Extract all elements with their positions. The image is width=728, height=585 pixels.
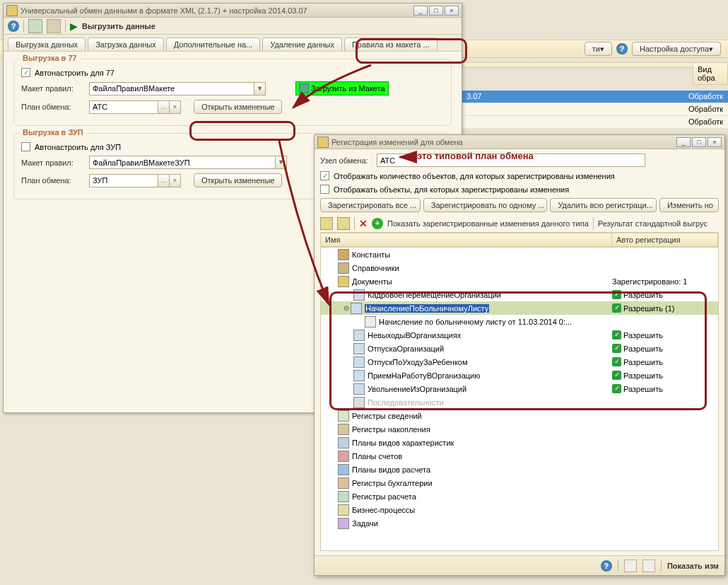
node-input[interactable]: АТС (377, 154, 645, 167)
dropdown-icon[interactable]: ▼ (276, 156, 287, 169)
export-button[interactable]: Выгрузить данные (82, 22, 155, 30)
tree-row[interactable]: Справочники (321, 261, 718, 274)
tree-row[interactable]: НевыходыВОрганизациях✓Разрешить (321, 328, 718, 342)
tree-collapse-icon[interactable] (337, 217, 350, 230)
open-changed-button[interactable]: Открыть измененые (194, 173, 282, 187)
delete-icon[interactable]: ✕ (359, 218, 368, 229)
check-icon: ✓ (612, 371, 621, 380)
tab-rules[interactable]: Правила из макета ... (344, 37, 438, 51)
button-bar: Зарегистрировать все ... Зарегистрироват… (320, 198, 719, 212)
doc-icon (365, 316, 376, 328)
maximize-button[interactable]: □ (429, 6, 443, 16)
tree-row[interactable]: Планы видов расчета (321, 463, 718, 476)
collapse-icon[interactable]: ⊖ (342, 304, 351, 312)
th-autoreg: Авто регистрация (612, 233, 718, 246)
separator (661, 560, 662, 572)
dropdown-icon[interactable]: ▼ (254, 82, 266, 95)
tabs: Выгрузка данных Загрузка данных Дополнит… (4, 35, 462, 52)
minimize-button[interactable]: _ (413, 6, 428, 16)
tree-row[interactable]: Константы (321, 248, 718, 261)
table-header: Имя Авто регистрация (320, 233, 719, 247)
tree[interactable]: Константы Справочники ДокументыЗарегистр… (320, 247, 719, 551)
minimize-button[interactable]: _ (676, 137, 691, 147)
folder-icon (338, 276, 349, 287)
doc-icon (353, 289, 365, 301)
help-icon[interactable]: ? (616, 43, 628, 54)
tree-row[interactable]: Задачи (321, 516, 718, 530)
access-settings-button[interactable]: Настройка доступа ▾ (632, 42, 721, 56)
tree-row[interactable]: ОтпускаОрганизаций✓Разрешить (321, 342, 718, 355)
checkbox-auto77[interactable]: ✓ (21, 68, 30, 77)
tree-row[interactable]: Планы счетов (321, 449, 718, 463)
separator (618, 560, 618, 572)
toolbar2: ✕ + Показать зарегистрированные изменени… (320, 215, 719, 233)
check-icon: ✓ (612, 384, 621, 393)
maket-select[interactable]: ФайлаПравилВМакете (89, 82, 254, 95)
checkbox-autozup[interactable] (21, 142, 30, 151)
tree-expand-icon[interactable] (320, 217, 333, 230)
clear-icon[interactable]: × (170, 174, 181, 187)
clear-icon[interactable]: × (170, 100, 181, 114)
tree-row[interactable]: Регистры накопления (321, 422, 718, 436)
tree-row[interactable]: ОтпускПоУходуЗаРебенком✓Разрешить (321, 355, 718, 369)
app-icon (317, 137, 329, 148)
bg-btn[interactable]: ти ▾ (585, 42, 612, 56)
plan-input[interactable]: АТС (89, 100, 158, 114)
maximize-button[interactable]: □ (692, 137, 706, 147)
add-icon[interactable]: + (372, 218, 383, 229)
result-link[interactable]: Результат стандартной выгрус (598, 219, 708, 228)
toolbar-icon[interactable] (47, 19, 61, 33)
register-all-button[interactable]: Зарегистрировать все ... (320, 198, 421, 212)
tree-row[interactable]: Регистры бухгалтерии (321, 476, 718, 490)
tree-row[interactable]: УвольнениеИзОрганизаций✓Разрешить (321, 382, 718, 395)
open-changed-button[interactable]: Открыть измененые (194, 100, 282, 114)
doc-icon (353, 383, 365, 395)
tree-row[interactable]: ПриемНаРаботуВОрганизацию✓Разрешить (321, 369, 718, 382)
help-icon[interactable]: ? (601, 560, 612, 572)
titlebar[interactable]: Регистрация изменений для обмена _ □ × (315, 135, 724, 149)
delete-all-button[interactable]: Удалить всю регистраци... (550, 198, 657, 212)
check-icon: ✓ (612, 357, 621, 366)
tree-row-selected[interactable]: ⊖НачислениеПоБольничномуЛисту✓Разрешить … (321, 301, 718, 315)
tab-additional[interactable]: Дополнительные на... (166, 37, 261, 51)
check-icon: ✓ (612, 344, 621, 353)
bg-row[interactable]: Обработк (462, 116, 728, 129)
close-button[interactable]: × (445, 6, 459, 16)
help-icon[interactable]: ? (8, 21, 19, 32)
tree-row[interactable]: Регистры сведений (321, 409, 718, 422)
tree-row[interactable]: Планы видов характеристик (321, 436, 718, 449)
play-icon[interactable]: ▶ (70, 21, 78, 32)
toolbar-icon[interactable] (28, 19, 42, 33)
bg-row[interactable]: Обработк (462, 103, 728, 116)
footer-icon[interactable] (642, 560, 655, 572)
change-no-button[interactable]: Изменить но (659, 198, 719, 212)
tree-row[interactable]: КадровоеПеремещениеОрганизаций✓Разрешить (321, 288, 718, 301)
show-changes-button[interactable]: Показать изм (667, 562, 719, 570)
select-icon[interactable]: … (158, 100, 170, 114)
plan-icon (338, 437, 349, 448)
tree-row[interactable]: Бизнес-процессы (321, 503, 718, 516)
calc-plan-icon (338, 464, 349, 475)
checkbox-show-count[interactable]: ✓ (320, 171, 329, 180)
load-from-maket-button[interactable]: Загрузить из Макета (295, 81, 389, 95)
plan-input[interactable]: ЗУП (89, 174, 158, 187)
titlebar[interactable]: Универсальный обмен данными в формате XM… (4, 4, 462, 18)
seq-icon (353, 397, 365, 408)
tree-row[interactable]: Начисление по больничному листу от 11.03… (321, 315, 718, 328)
tree-row[interactable]: Последовательности (321, 395, 718, 409)
footer-icon[interactable] (624, 560, 637, 572)
tree-row[interactable]: Регистры расчета (321, 490, 718, 503)
tab-export[interactable]: Выгрузка данных (8, 37, 86, 51)
bg-row[interactable]: 3.07Обработк (462, 91, 728, 103)
show-registered-link[interactable]: Показать зарегистрированные изменения да… (387, 219, 589, 228)
maket-select[interactable]: ФайлаПравилВМакетеЗУП (89, 156, 276, 169)
checkbox-show-objects[interactable] (320, 185, 329, 194)
close-button[interactable]: × (708, 137, 722, 147)
select-icon[interactable]: … (158, 174, 170, 187)
tree-row[interactable]: ДокументыЗарегистрировано: 1 (321, 274, 718, 288)
tab-import[interactable]: Загрузка данных (88, 37, 164, 51)
register-one-button[interactable]: Зарегистрировать по одному ... (423, 198, 548, 212)
group-title: Выгрузка в 77 (20, 54, 80, 62)
tab-delete[interactable]: Удаление данных (262, 37, 342, 51)
check-icon: ✓ (612, 303, 621, 313)
